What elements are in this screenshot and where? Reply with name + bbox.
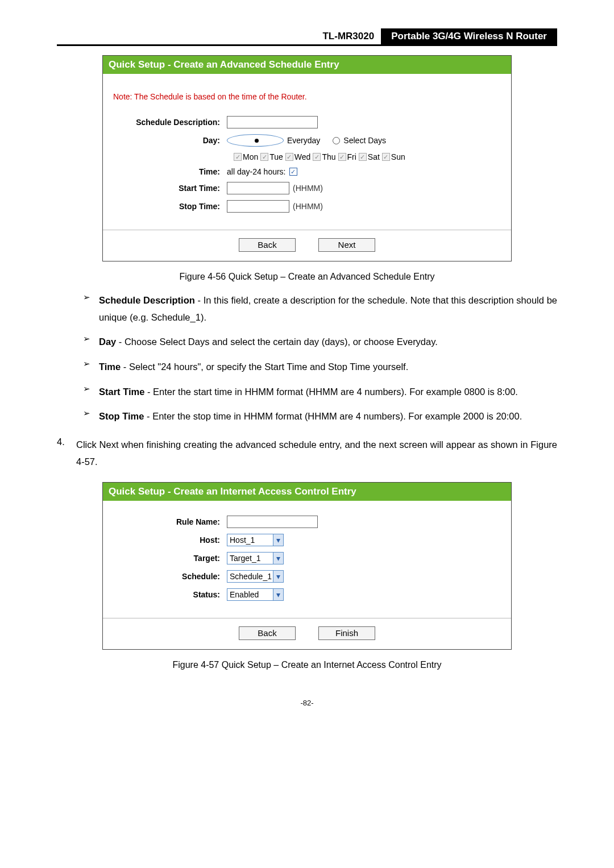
finish-button[interactable]: Finish xyxy=(318,626,375,640)
bullet-list: ➢ Schedule Description - In this field, … xyxy=(83,292,557,425)
lbl-sat: Sat xyxy=(368,152,380,161)
target-value: Target_1 xyxy=(230,554,260,563)
figure-4-56: Quick Setup - Create an Advanced Schedul… xyxy=(102,55,512,261)
bullet-term: Day xyxy=(99,337,116,347)
chk-mon: ✓ xyxy=(234,153,242,161)
label-day: Day: xyxy=(113,136,227,145)
host-select[interactable]: Host_1 ▾ xyxy=(227,534,284,546)
start-time-hint: (HHMM) xyxy=(293,184,323,193)
bullet-term: Time xyxy=(99,362,121,372)
bullet-text: - Enter the stop time in HHMM format (HH… xyxy=(144,411,522,421)
bullet-item: ➢ Schedule Description - In this field, … xyxy=(83,292,557,326)
step4-post: when finishing creating the advanced sch… xyxy=(76,439,557,467)
bullet-item: ➢ Time - Select "24 hours", or specify t… xyxy=(83,359,557,376)
bullet-text: - Enter the start time in HHMM format (H… xyxy=(144,387,518,397)
lbl-tue: Tue xyxy=(269,152,283,161)
rule-name-input[interactable] xyxy=(227,516,318,528)
bullet-item: ➢ Start Time - Enter the start time in H… xyxy=(83,384,557,401)
status-select[interactable]: Enabled ▾ xyxy=(227,588,284,601)
bullet-icon: ➢ xyxy=(83,359,99,376)
bullet-text: - Choose Select Days and select the cert… xyxy=(116,337,438,347)
chk-sat: ✓ xyxy=(359,153,367,161)
chevron-down-icon: ▾ xyxy=(273,589,283,600)
label-stop-time: Stop Time: xyxy=(113,202,227,211)
stop-time-hint: (HHMM) xyxy=(293,202,323,211)
label-time: Time: xyxy=(113,167,227,176)
bullet-text: - Select "24 hours", or specify the Star… xyxy=(121,362,408,372)
chk-all-day[interactable]: ✓ xyxy=(289,168,297,176)
radio-everyday[interactable] xyxy=(227,134,284,147)
model-number: TL-MR3020 xyxy=(316,28,381,44)
lbl-wed: Wed xyxy=(294,152,311,161)
bullet-icon: ➢ xyxy=(83,384,99,401)
fig1-form: Schedule Description: Day: Everyday Sele… xyxy=(103,116,511,230)
page-header: TL-MR3020 Portable 3G/4G Wireless N Rout… xyxy=(57,28,557,46)
back-button[interactable]: Back xyxy=(239,238,296,252)
chk-sun: ✓ xyxy=(382,153,390,161)
bullet-item: ➢ Stop Time - Enter the stop time in HHM… xyxy=(83,408,557,425)
next-button[interactable]: Next xyxy=(318,238,375,252)
chk-tue: ✓ xyxy=(260,153,268,161)
label-start-time: Start Time: xyxy=(113,184,227,193)
schedule-desc-input[interactable] xyxy=(227,116,318,128)
label-status: Status: xyxy=(113,590,227,599)
label-schedule-desc: Schedule Description: xyxy=(113,118,227,127)
stop-time-input[interactable] xyxy=(227,200,289,213)
lbl-mon: Mon xyxy=(243,152,258,161)
time-all-day-text: all day-24 hours: xyxy=(227,167,286,176)
step4-pre: Click xyxy=(76,439,99,450)
schedule-value: Schedule_1 xyxy=(230,572,272,581)
radio-select-days[interactable] xyxy=(333,137,340,144)
bullet-item: ➢ Day - Choose Select Days and select th… xyxy=(83,334,557,351)
bullet-icon: ➢ xyxy=(83,334,99,351)
label-host: Host: xyxy=(113,535,227,545)
back-button[interactable]: Back xyxy=(239,626,296,640)
start-time-input[interactable] xyxy=(227,182,289,194)
bullet-icon: ➢ xyxy=(83,408,99,425)
fig2-title: Quick Setup - Create an Internet Access … xyxy=(103,483,511,501)
day-checkboxes: ✓Mon ✓Tue ✓Wed ✓Thu ✓Fri ✓Sat ✓Sun xyxy=(227,152,501,161)
label-target: Target: xyxy=(113,554,227,563)
fig2-button-bar: Back Finish xyxy=(103,618,511,649)
chk-thu: ✓ xyxy=(313,153,321,161)
host-value: Host_1 xyxy=(230,535,255,545)
lbl-sun: Sun xyxy=(391,152,405,161)
chk-fri: ✓ xyxy=(338,153,346,161)
page-number: -82- xyxy=(57,699,557,707)
lbl-fri: Fri xyxy=(347,152,356,161)
figure-4-57: Quick Setup - Create an Internet Access … xyxy=(102,482,512,650)
bullet-term: Start Time xyxy=(99,387,144,397)
fig2-form: Rule Name: Host: Host_1 ▾ Target: Target… xyxy=(103,516,511,618)
radio-everyday-label: Everyday xyxy=(287,136,320,145)
lbl-thu: Thu xyxy=(322,152,335,161)
fig1-title: Quick Setup - Create an Advanced Schedul… xyxy=(103,56,511,74)
label-schedule: Schedule: xyxy=(113,572,227,581)
bullet-term: Schedule Description xyxy=(99,295,195,305)
chk-wed: ✓ xyxy=(285,153,293,161)
fig1-note: Note: The Schedule is based on the time … xyxy=(103,74,511,116)
product-name: Portable 3G/4G Wireless N Router xyxy=(381,28,557,44)
fig1-button-bar: Back Next xyxy=(103,230,511,261)
bullet-term: Stop Time xyxy=(99,411,144,421)
fig1-caption: Figure 4-56 Quick Setup – Create an Adva… xyxy=(57,272,557,282)
schedule-select[interactable]: Schedule_1 ▾ xyxy=(227,570,284,583)
step-number: 4. xyxy=(57,437,76,470)
chevron-down-icon: ▾ xyxy=(273,534,283,546)
target-select[interactable]: Target_1 ▾ xyxy=(227,552,284,564)
bullet-icon: ➢ xyxy=(83,292,99,326)
label-rule-name: Rule Name: xyxy=(113,517,227,526)
chevron-down-icon: ▾ xyxy=(273,553,283,564)
radio-select-days-label: Select Days xyxy=(343,136,386,145)
fig2-caption: Figure 4-57 Quick Setup – Create an Inte… xyxy=(57,660,557,670)
step-4: 4. Click Next when finishing creating th… xyxy=(57,437,557,470)
chevron-down-icon: ▾ xyxy=(273,571,283,582)
header-spacer xyxy=(57,28,316,44)
step4-bold: Next xyxy=(99,439,119,450)
status-value: Enabled xyxy=(230,590,259,599)
